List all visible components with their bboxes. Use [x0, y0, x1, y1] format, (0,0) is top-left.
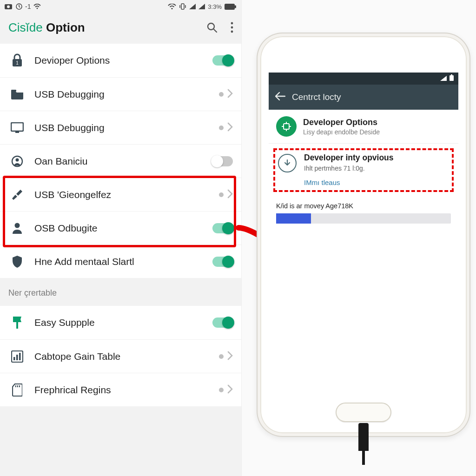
svg-rect-20 — [16, 322, 18, 329]
row-label: USB Debugging — [34, 89, 209, 100]
bullet-icon — [219, 192, 224, 197]
highlight-annotation: Developer inty opvious Ihlt pertmhes 71 … — [273, 148, 454, 192]
chevron-right-icon — [227, 384, 233, 396]
row-label: Frephrical Regins — [34, 384, 209, 396]
back-icon[interactable] — [275, 92, 285, 102]
android-app-bar: Centrct locty — [269, 85, 458, 110]
badge-icon — [10, 316, 24, 330]
chevron-right-icon — [227, 89, 233, 100]
card-developer-inty[interactable]: Developer inty opvious Ihlt pertmhes 71 … — [278, 153, 449, 186]
wrench-icon — [10, 188, 24, 202]
settings-list: 1 Devioper Options USB Debugging USB Deb… — [0, 44, 241, 278]
card-link[interactable]: IMmı tleaus — [304, 178, 449, 186]
row-hne-add-mentaal-slartl[interactable]: Hne Add mentaal Slartl — [0, 245, 241, 278]
settings-list-2: Easy Suppple Cabtope Gain Table Frephric… — [0, 306, 241, 406]
card-subtitle: Ihlt pertmhes 71 l:0g. — [304, 165, 449, 172]
camera-icon — [5, 3, 13, 10]
vibrate-icon — [179, 3, 186, 10]
section-header: Ner çrertable — [0, 278, 241, 304]
bullet-icon — [219, 354, 224, 359]
svg-rect-5 — [181, 4, 184, 9]
row-frephrical-regins[interactable]: Frephrical Regins — [0, 373, 241, 406]
wifi-icon — [33, 4, 41, 9]
bullet-icon — [219, 126, 224, 130]
row-developer-options[interactable]: 1 Devioper Options — [0, 44, 241, 77]
svg-point-4 — [172, 7, 173, 9]
shield-icon — [10, 255, 24, 269]
row-label: Cabtope Gain Table — [34, 351, 209, 362]
person-icon — [10, 221, 24, 235]
svg-point-10 — [231, 26, 233, 29]
toggle-switch[interactable] — [212, 223, 233, 233]
toggle-switch[interactable] — [212, 55, 233, 66]
chip-icon — [276, 116, 297, 137]
row-label: USB Debugging — [34, 122, 209, 133]
svg-rect-23 — [16, 355, 18, 360]
status-bar: -1 3:3% — [0, 0, 241, 13]
phone-preview: Centrct locty Developer Options Lisy dea… — [251, 33, 476, 476]
page-title-accent: Cisĭde — [8, 20, 43, 34]
svg-rect-7 — [235, 5, 236, 8]
battery-icon — [450, 74, 454, 83]
toggle-switch[interactable] — [212, 156, 233, 166]
card-title: Developer Options — [303, 118, 380, 127]
svg-point-18 — [16, 158, 19, 161]
svg-rect-16 — [15, 132, 19, 133]
toggle-switch[interactable] — [212, 317, 233, 328]
row-label: Devioper Options — [34, 55, 202, 66]
overflow-menu-icon[interactable] — [230, 21, 234, 33]
svg-point-9 — [231, 22, 233, 25]
phone-screen: Centrct locty Developer Options Lisy dea… — [269, 73, 458, 389]
page-title-bold: Option — [46, 20, 85, 34]
clock-icon — [16, 3, 22, 10]
carrier-label: -1 — [25, 3, 31, 10]
search-icon[interactable] — [206, 21, 218, 33]
svg-rect-15 — [11, 123, 23, 131]
progress-fill — [276, 213, 311, 224]
row-easy-suppple[interactable]: Easy Suppple — [0, 306, 241, 339]
home-button[interactable] — [336, 403, 391, 422]
toggle-switch[interactable] — [212, 257, 233, 267]
wifi-icon — [168, 4, 176, 10]
page-title: Cisĭde Option — [8, 20, 85, 35]
svg-point-8 — [208, 23, 214, 30]
folder-icon — [10, 87, 24, 101]
svg-point-3 — [37, 8, 38, 9]
chevron-right-icon — [227, 189, 233, 200]
android-app-bar-title: Centrct locty — [292, 92, 341, 102]
lock-icon: 1 — [10, 53, 24, 67]
signal-icon — [440, 74, 447, 83]
monitor-icon — [10, 121, 24, 135]
row-label: Hne Add mentaal Slartl — [34, 256, 202, 267]
row-label: Easy Suppple — [34, 317, 202, 328]
bullet-icon — [219, 92, 224, 97]
app-bar: Cisĭde Option — [0, 13, 241, 42]
card-subtitle: Lisy deapı endolbe Deside — [303, 128, 380, 136]
battery-icon — [225, 4, 237, 10]
svg-point-19 — [15, 223, 20, 228]
svg-point-11 — [231, 31, 233, 33]
progress-label: K/id is ar movey Age718K — [276, 202, 451, 210]
row-usb-debugging-2[interactable]: USB Debugging — [0, 111, 241, 144]
svg-text:1: 1 — [16, 60, 19, 66]
bars-icon — [10, 350, 24, 364]
row-cabtope-gain-table[interactable]: Cabtope Gain Table — [0, 339, 241, 373]
row-osb-odbugite[interactable]: OSB Odbugite — [0, 211, 241, 245]
card-developer-options[interactable]: Developer Options Lisy deapı endolbe Des… — [269, 110, 458, 144]
phone-frame: Centrct locty Developer Options Lisy dea… — [257, 33, 470, 437]
android-status-bar — [269, 73, 458, 85]
signal-icon — [198, 4, 205, 9]
row-usb-debugging-1[interactable]: USB Debugging — [0, 77, 241, 111]
progress-bar — [276, 213, 451, 224]
row-usb-gieongelfez[interactable]: USB 'Gieongelfez — [0, 178, 241, 211]
signal-icon — [189, 4, 196, 9]
chevron-right-icon — [227, 122, 233, 133]
card-title: Developer inty opvious — [304, 153, 449, 163]
chevron-right-icon — [227, 351, 233, 362]
download-icon — [278, 154, 297, 172]
sdcard-icon — [10, 383, 24, 397]
row-oan-baniciu[interactable]: Oan Baniciu — [0, 144, 241, 178]
row-label: USB 'Gieongelfez — [34, 189, 209, 200]
svg-rect-27 — [284, 124, 289, 129]
row-label: OSB Odbugite — [34, 223, 202, 234]
